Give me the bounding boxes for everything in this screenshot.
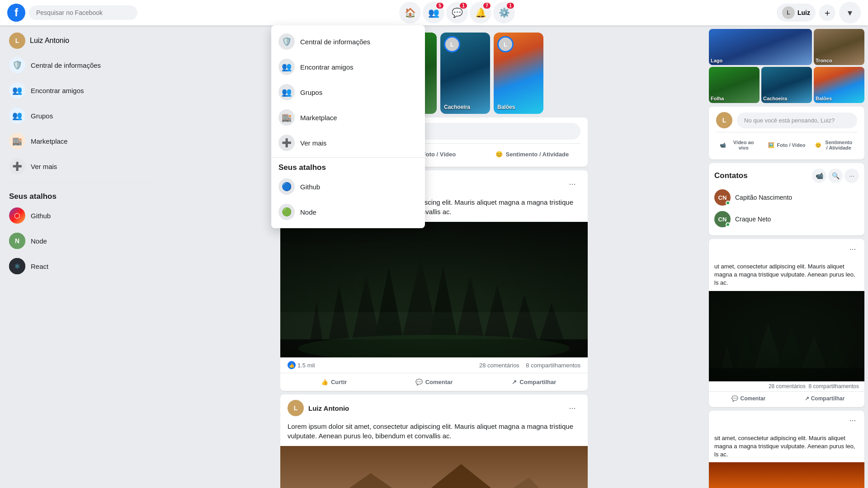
sidebar-item-github[interactable]: ⬡ Github — [4, 203, 159, 228]
add-button[interactable]: ＋ — [819, 5, 835, 21]
svg-rect-27 — [709, 462, 864, 488]
dropdown-item-ver-mais[interactable]: ➕ Ver mais — [271, 130, 425, 155]
right-post-box-actions: 📹 Vídeo ao vivo 🖼️ Foto / Vídeo 😊 Sentim… — [716, 132, 857, 154]
comentar-label: Comentar — [425, 379, 453, 385]
post-2-mountain-svg — [280, 446, 588, 488]
sidebar-user-name: Luiz Antonio — [30, 37, 69, 45]
svg-marker-22 — [750, 322, 787, 381]
sidebar-item-grupos[interactable]: 👥 Grupos — [4, 103, 159, 128]
sidebar-item-marketplace[interactable]: 🏬 Marketplace — [4, 128, 159, 154]
user-menu-button[interactable]: L Luiz — [777, 4, 816, 22]
story-avatar-baloes: L — [497, 36, 514, 52]
dropdown-item-marketplace[interactable]: 🏬 Marketplace — [271, 105, 425, 130]
svg-marker-9 — [506, 294, 542, 357]
r-post-1-shares: 8 compartilhamentos — [809, 383, 859, 389]
main-layout: L Luiz Antonio 🛡️ Central de informações… — [0, 25, 868, 488]
r-story-baloes[interactable]: Balões — [814, 67, 864, 103]
r-post-1-actions: 💬 Comentar ↗ Compartilhar — [709, 391, 864, 405]
dropdown-label-ver-mais: Ver mais — [300, 139, 326, 147]
grupos-sidebar-icon: 👥 — [9, 108, 25, 124]
sidebar-nav-label-github: Github — [31, 212, 51, 220]
online-dot-capitao — [726, 201, 730, 205]
foto-label: Foto / Vídeo — [422, 151, 456, 158]
home-button[interactable]: 🏠 — [399, 2, 421, 23]
r-sentimento-icon: 😊 — [815, 142, 821, 148]
r-post-1-more-button[interactable]: ··· — [844, 241, 861, 257]
r-story-cachoeira[interactable]: Cachoeira — [761, 67, 812, 103]
grupos-icon: 👥 — [278, 84, 295, 100]
post-2-author-name: Luiz Antonio — [308, 404, 560, 412]
r-foto-button[interactable]: 🖼️ Foto / Vídeo — [764, 136, 809, 154]
settings-button[interactable]: ⚙️ 1 — [493, 2, 515, 23]
post-1-comentar-button[interactable]: 💬 Comentar — [384, 375, 484, 389]
contacts-title: Contatos — [714, 171, 748, 180]
r-story-label-baloes: Balões — [816, 96, 832, 101]
sidebar-item-ver-mais[interactable]: ➕ Ver mais — [4, 154, 159, 179]
svg-rect-14 — [280, 446, 588, 488]
post-2-avatar: L — [288, 400, 304, 416]
expand-button[interactable]: ▾ — [839, 2, 861, 23]
messages-button[interactable]: 💬 1 — [446, 2, 468, 23]
sidebar-item-node[interactable]: N Node — [4, 228, 159, 253]
post-1-reactions: 👍 1.5 mil — [288, 361, 315, 369]
post-1-stats: 👍 1.5 mil 28 comentários 8 compartilhame… — [280, 357, 588, 373]
search-input[interactable] — [29, 5, 137, 20]
sidebar-item-react[interactable]: ⚛ React — [4, 253, 159, 279]
curtir-label: Curtir — [331, 379, 347, 385]
contacts-search-button[interactable]: 🔍 — [828, 169, 843, 183]
r-post-2-image — [709, 462, 864, 488]
node-icon: 🟢 — [278, 204, 295, 220]
friends-button[interactable]: 👥 5 — [423, 2, 444, 23]
sentimento-button[interactable]: 😊 Sentimento / Atividade — [484, 147, 580, 161]
dropdown-item-grupos[interactable]: 👥 Grupos — [271, 80, 425, 105]
dropdown-label-node: Node — [300, 208, 316, 216]
dropdown-item-node[interactable]: 🟢 Node — [271, 199, 425, 225]
contact-capitao[interactable]: CN Capitão Nascimento — [714, 187, 859, 208]
post-2-more-button[interactable]: ··· — [564, 400, 580, 416]
story-cachoeira[interactable]: L Cachoeira — [440, 33, 490, 114]
sidebar-user-row[interactable]: L Luiz Antonio — [4, 29, 159, 52]
contacts-more-button[interactable]: ··· — [844, 169, 859, 183]
r-video-button[interactable]: 📹 Vídeo ao vivo — [716, 136, 762, 154]
ver-mais-icon: ➕ — [278, 135, 295, 151]
r-sentimento-button[interactable]: 😊 Sentimento / Atividade — [811, 136, 857, 154]
post-1-more-button[interactable]: ··· — [564, 176, 580, 192]
svg-marker-5 — [398, 258, 443, 357]
contacts-actions: 📹 🔍 ··· — [812, 169, 859, 183]
compartilhar-icon: ↗ — [512, 379, 517, 385]
svg-rect-11 — [280, 339, 588, 357]
post-1-compartilhar-button[interactable]: ↗ Compartilhar — [484, 375, 584, 389]
sidebar-item-encontrar-amigos[interactable]: 👥 Encontrar amigos — [4, 78, 159, 103]
topnav-right: L Luiz ＋ ▾ — [777, 2, 861, 23]
story-baloes[interactable]: L Balões — [494, 33, 543, 114]
right-feed-post-1: ··· ut amet, consectetur adipiscing elit… — [709, 239, 864, 407]
right-post-input[interactable]: No que você está pensando, Luiz? — [737, 113, 857, 128]
notifications-button[interactable]: 🔔 7 — [470, 2, 491, 23]
dropdown-item-central-info[interactable]: 🛡️ Central de informações — [271, 29, 425, 54]
post-1-curtir-button[interactable]: 👍 Curtir — [284, 375, 384, 389]
topnav-center: 🏠 👥 5 💬 1 🔔 7 ⚙️ 1 — [141, 2, 773, 23]
r-post-1-compartilhar-button[interactable]: ↗ Compartilhar — [787, 393, 863, 404]
svg-rect-19 — [709, 291, 864, 381]
r-story-tronco[interactable]: Tronco — [814, 29, 864, 65]
user-avatar: L — [782, 6, 795, 19]
r-story-lago[interactable]: Lago — [709, 29, 812, 65]
r-story-folha[interactable]: Folha — [709, 67, 760, 103]
post-1-shares: 8 compartilhamentos — [526, 362, 580, 369]
r-foto-icon: 🖼️ — [768, 142, 774, 148]
r-post-2-more-button[interactable]: ··· — [844, 413, 861, 429]
facebook-logo[interactable]: f — [7, 4, 25, 22]
online-dot-craque — [726, 222, 730, 227]
dropdown-menu: 🛡️ Central de informações 👥 Encontrar am… — [271, 25, 425, 228]
contact-craque[interactable]: CN Craque Neto — [714, 208, 859, 230]
svg-marker-7 — [452, 276, 488, 357]
r-post-1-comentar-button[interactable]: 💬 Comentar — [711, 393, 787, 404]
dropdown-divider — [271, 157, 425, 158]
svg-marker-2 — [326, 285, 353, 357]
sidebar-item-central-informacoes[interactable]: 🛡️ Central de informações — [4, 52, 159, 78]
sidebar-nav-label-grupos: Grupos — [31, 112, 53, 120]
dropdown-item-github[interactable]: 🔵 Github — [271, 174, 425, 199]
ver-mais-sidebar-icon: ➕ — [9, 158, 25, 174]
contacts-video-button[interactable]: 📹 — [812, 169, 826, 183]
dropdown-item-encontrar-amigos[interactable]: 👥 Encontrar amigos — [271, 54, 425, 80]
